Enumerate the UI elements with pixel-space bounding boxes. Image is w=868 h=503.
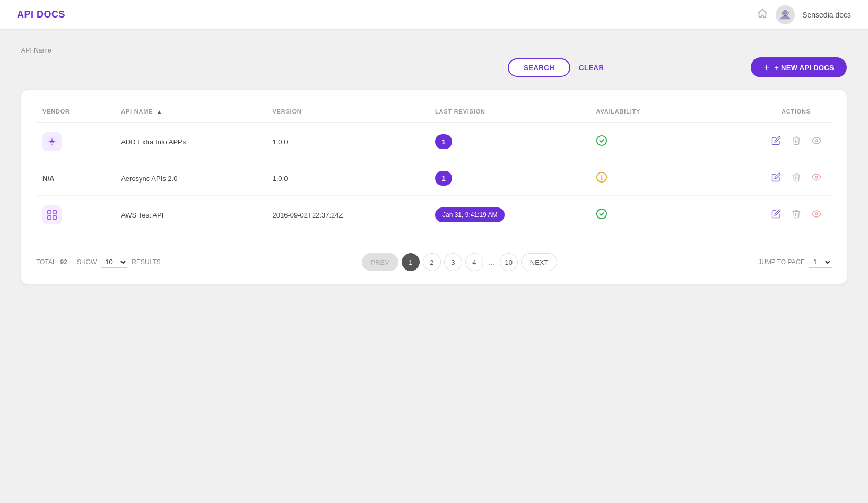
main-content: API Name SEARCH CLEAR + + NEW API DOCS V… <box>0 30 868 301</box>
availability-cell <box>589 123 701 161</box>
jump-to: JUMP TO PAGE 1 2 3 4 5 6 7 8 9 10 <box>758 256 832 268</box>
svg-point-14 <box>815 213 818 215</box>
svg-point-13 <box>597 209 606 218</box>
edit-icon[interactable] <box>771 209 781 221</box>
actions-cell <box>701 161 832 196</box>
svg-point-2 <box>51 141 53 142</box>
view-icon[interactable] <box>812 172 821 184</box>
version-cell: 1.0.0 <box>266 161 429 196</box>
availability-ok-icon <box>596 210 607 222</box>
svg-rect-10 <box>53 211 56 214</box>
revision-cell: 1 <box>429 161 589 196</box>
api-name-cell: AWS Test API <box>115 196 266 235</box>
svg-point-7 <box>602 178 602 179</box>
clear-button[interactable]: CLEAR <box>579 64 604 72</box>
search-input[interactable] <box>21 60 361 75</box>
revision-cell: Jan 31, 9:41:19 AM <box>429 196 589 235</box>
col-last-revision: LAST REVISION <box>429 103 589 123</box>
availability-ok-icon <box>596 137 607 149</box>
col-version: VERSION <box>266 103 429 123</box>
pagination-pages: PREV 1 2 3 4 ... 10 NEXT <box>362 253 558 271</box>
version-cell: 2016-09-02T22:37:24Z <box>266 196 429 235</box>
view-icon[interactable] <box>812 209 821 221</box>
actions-cell <box>701 123 832 161</box>
delete-icon[interactable] <box>792 136 801 148</box>
delete-icon[interactable] <box>792 172 801 184</box>
table-body: ADD Extra Info APPs 1.0.0 1 <box>36 123 832 235</box>
search-button[interactable]: SEARCH <box>508 58 570 77</box>
page-2-button[interactable]: 2 <box>423 253 441 271</box>
top-bar: API DOCS Sensedia docs <box>0 0 868 30</box>
page-3-button[interactable]: 3 <box>444 253 462 271</box>
availability-warn-icon <box>596 174 607 185</box>
revision-badge: 1 <box>435 171 452 186</box>
avatar[interactable] <box>776 5 795 24</box>
total-count: 92 <box>60 258 67 266</box>
plus-icon: + <box>763 63 769 72</box>
availability-cell <box>589 161 701 196</box>
next-button[interactable]: NEXT <box>521 253 558 271</box>
search-actions: SEARCH CLEAR <box>508 58 604 77</box>
vendor-cell: N/A <box>36 161 115 196</box>
jump-select[interactable]: 1 2 3 4 5 6 7 8 9 10 <box>809 256 832 268</box>
actions-cell <box>701 196 832 235</box>
new-api-docs-button[interactable]: + + NEW API DOCS <box>751 57 847 77</box>
new-api-docs-label: + NEW API DOCS <box>775 64 834 72</box>
page-ellipsis: ... <box>487 258 497 266</box>
vendor-cell <box>36 123 115 161</box>
show-label: SHOW <box>77 258 97 266</box>
pagination-bar: TOTAL 92 SHOW 10 25 50 100 RESULTS PREV … <box>36 249 832 271</box>
table-card: VENDOR API NAME ▲ VERSION LAST REVISION <box>21 90 847 284</box>
search-row: SEARCH CLEAR + + NEW API DOCS <box>21 57 847 77</box>
pagination-info: TOTAL 92 SHOW 10 25 50 100 RESULTS <box>36 256 161 268</box>
show-select[interactable]: 10 25 50 100 <box>101 256 127 268</box>
table-row: ADD Extra Info APPs 1.0.0 1 <box>36 123 832 161</box>
top-bar-right: Sensedia docs <box>757 5 851 24</box>
page-10-button[interactable]: 10 <box>500 253 518 271</box>
app-title: API DOCS <box>17 9 65 20</box>
vendor-cell <box>36 196 115 235</box>
col-availability: AVAILABILITY <box>589 103 701 123</box>
prev-button[interactable]: PREV <box>362 253 398 271</box>
version-cell: 1.0.0 <box>266 123 429 161</box>
sort-arrow-icon: ▲ <box>157 109 162 115</box>
svg-point-3 <box>597 135 606 145</box>
edit-icon[interactable] <box>771 172 781 184</box>
svg-point-8 <box>815 176 818 179</box>
revision-cell: 1 <box>429 123 589 161</box>
svg-rect-9 <box>48 211 51 214</box>
api-name-label: API Name <box>21 47 847 54</box>
svg-point-4 <box>815 140 818 142</box>
total-label: TOTAL <box>36 258 56 266</box>
col-vendor: VENDOR <box>36 103 115 123</box>
table-row: N/A Aerosync APIs 2.0 1.0.0 1 <box>36 161 832 196</box>
vendor-logo-3 <box>42 205 62 224</box>
search-input-wrap <box>21 60 361 75</box>
revision-badge-date: Jan 31, 9:41:19 AM <box>435 207 505 222</box>
vendor-na: N/A <box>42 175 54 183</box>
home-icon[interactable] <box>757 7 768 22</box>
svg-rect-11 <box>48 216 51 219</box>
table-row: AWS Test API 2016-09-02T22:37:24Z Jan 31… <box>36 196 832 235</box>
results-label: RESULTS <box>132 258 160 266</box>
table-header: VENDOR API NAME ▲ VERSION LAST REVISION <box>36 103 832 123</box>
page-4-button[interactable]: 4 <box>465 253 483 271</box>
search-section: API Name SEARCH CLEAR + + NEW API DOCS <box>21 47 847 77</box>
edit-icon[interactable] <box>771 136 781 148</box>
site-name: Sensedia docs <box>802 11 851 19</box>
vendor-logo-1 <box>42 132 62 151</box>
view-icon[interactable] <box>812 136 821 148</box>
api-name-cell: Aerosync APIs 2.0 <box>115 161 266 196</box>
delete-icon[interactable] <box>792 209 801 221</box>
jump-label: JUMP TO PAGE <box>758 258 805 266</box>
api-name-cell: ADD Extra Info APPs <box>115 123 266 161</box>
revision-badge: 1 <box>435 134 452 149</box>
page-1-button[interactable]: 1 <box>402 253 420 271</box>
col-api-name[interactable]: API NAME ▲ <box>115 103 266 123</box>
svg-rect-12 <box>53 216 56 219</box>
availability-cell <box>589 196 701 235</box>
col-actions: ACTIONS <box>701 103 832 123</box>
api-docs-table: VENDOR API NAME ▲ VERSION LAST REVISION <box>36 103 832 234</box>
